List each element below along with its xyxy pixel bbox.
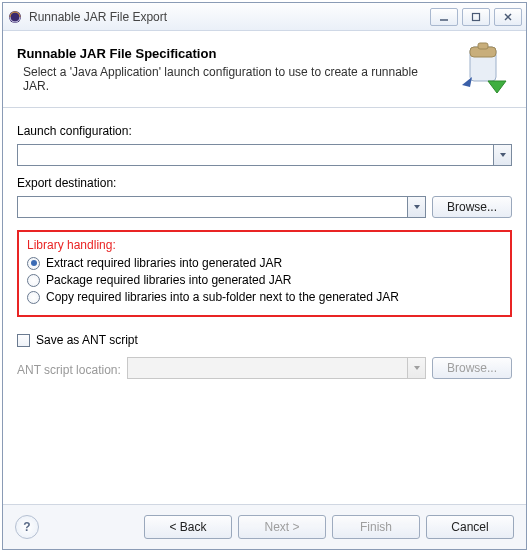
library-option-package[interactable]: Package required libraries into generate… (27, 273, 502, 287)
banner-title: Runnable JAR File Specification (17, 46, 446, 61)
chevron-down-icon (407, 358, 425, 378)
ant-location-label: ANT script location: (17, 363, 121, 377)
window-buttons (430, 8, 522, 26)
export-dest-combo[interactable] (17, 196, 426, 218)
svg-rect-2 (473, 13, 480, 20)
radio-icon (27, 257, 40, 270)
jar-export-icon (456, 41, 512, 97)
maximize-button[interactable] (462, 8, 490, 26)
close-button[interactable] (494, 8, 522, 26)
radio-icon (27, 274, 40, 287)
library-handling-legend: Library handling: (27, 238, 502, 252)
launch-config-combo[interactable] (17, 144, 512, 166)
radio-icon (27, 291, 40, 304)
library-option-label: Copy required libraries into a sub-folde… (46, 290, 399, 304)
banner: Runnable JAR File Specification Select a… (3, 31, 526, 108)
back-button[interactable]: < Back (144, 515, 232, 539)
ant-browse-label: Browse... (447, 361, 497, 375)
svg-point-0 (9, 11, 21, 23)
help-button[interactable]: ? (15, 515, 39, 539)
finish-label: Finish (360, 520, 392, 534)
library-option-label: Extract required libraries into generate… (46, 256, 282, 270)
save-ant-checkbox[interactable]: Save as ANT script (17, 333, 512, 347)
library-option-label: Package required libraries into generate… (46, 273, 291, 287)
banner-description: Select a 'Java Application' launch confi… (17, 65, 446, 93)
next-label: Next > (264, 520, 299, 534)
ant-location-combo (127, 357, 426, 379)
help-icon: ? (23, 520, 30, 534)
library-handling-group: Library handling: Extract required libra… (17, 230, 512, 317)
checkbox-icon (17, 334, 30, 347)
library-option-copy[interactable]: Copy required libraries into a sub-folde… (27, 290, 502, 304)
next-button: Next > (238, 515, 326, 539)
minimize-button[interactable] (430, 8, 458, 26)
titlebar: Runnable JAR File Export (3, 3, 526, 31)
export-browse-button[interactable]: Browse... (432, 196, 512, 218)
window-title: Runnable JAR File Export (29, 10, 430, 24)
cancel-button[interactable]: Cancel (426, 515, 514, 539)
footer: ? < Back Next > Finish Cancel (3, 504, 526, 549)
export-dest-label: Export destination: (17, 176, 512, 190)
dialog-window: Runnable JAR File Export Runnable JAR Fi… (2, 2, 527, 550)
eclipse-icon (7, 9, 23, 25)
back-label: < Back (169, 520, 206, 534)
ant-browse-button: Browse... (432, 357, 512, 379)
content-area: Launch configuration: Export destination… (3, 108, 526, 504)
launch-config-label: Launch configuration: (17, 124, 512, 138)
library-option-extract[interactable]: Extract required libraries into generate… (27, 256, 502, 270)
save-ant-label: Save as ANT script (36, 333, 138, 347)
cancel-label: Cancel (451, 520, 488, 534)
finish-button: Finish (332, 515, 420, 539)
chevron-down-icon (493, 145, 511, 165)
chevron-down-icon (407, 197, 425, 217)
export-browse-label: Browse... (447, 200, 497, 214)
svg-rect-7 (478, 43, 488, 49)
